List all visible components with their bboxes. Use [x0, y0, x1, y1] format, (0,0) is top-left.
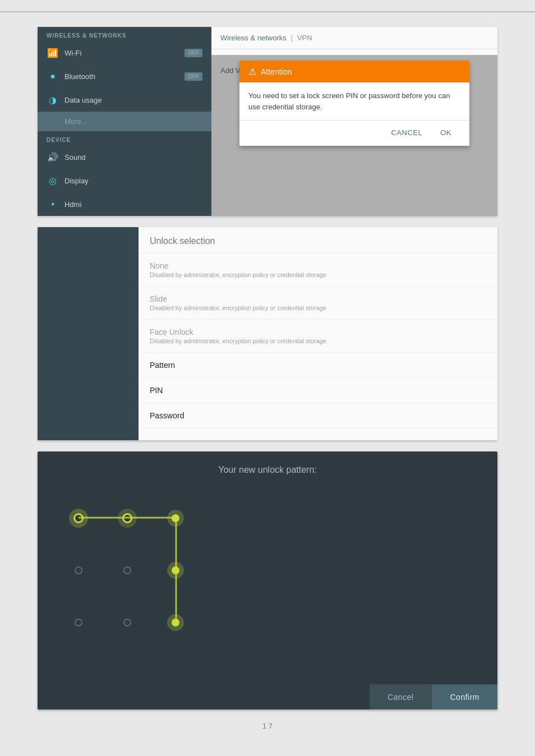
- device-section-header: DEVICE: [38, 131, 211, 145]
- more-label: More...: [47, 117, 87, 126]
- sidebar-item-hdmi[interactable]: ▪ Hdmi: [38, 192, 211, 216]
- unlock-option-none-name: None: [150, 261, 486, 270]
- unlock-option-pattern-name: Pattern: [150, 361, 486, 370]
- hdmi-label: Hdmi: [64, 200, 81, 209]
- dot-circle-1-0: [75, 566, 82, 574]
- attention-dialog: ⚠ Attention You need to set a lock scree…: [239, 61, 469, 146]
- attention-overlay: ⚠ Attention You need to set a lock scree…: [211, 55, 497, 216]
- unlock-sidebar: [38, 227, 139, 440]
- vpn-header: Wireless & networks | VPN: [211, 27, 497, 49]
- sound-icon: 🔊: [47, 151, 59, 163]
- pattern-title: Your new unlock pattern:: [38, 451, 497, 481]
- pattern-actions: Cancel Confirm: [370, 684, 497, 709]
- unlock-option-none[interactable]: None Disabled by administrator, encrypti…: [139, 253, 497, 287]
- dot-circle-0-0: [73, 513, 84, 523]
- settings-panel: WIRELESS & NETWORKS 📶 Wi-Fi OFF ● Blueto…: [38, 27, 497, 216]
- unlock-option-none-desc: Disabled by administrator, encryption po…: [150, 271, 486, 278]
- settings-main: Wireless & networks | VPN Add VPN profil…: [211, 27, 497, 216]
- dot-grid: [54, 492, 200, 649]
- sidebar-item-sound[interactable]: 🔊 Sound: [38, 145, 211, 169]
- wireless-networks-label: Wireless & networks: [220, 34, 287, 42]
- sidebar-item-display[interactable]: ◎ Display: [38, 169, 211, 192]
- sidebar-item-wifi[interactable]: 📶 Wi-Fi OFF: [38, 41, 211, 64]
- page-number: 1 7: [256, 715, 279, 737]
- attention-ok-button[interactable]: OK: [431, 125, 460, 140]
- sound-label: Sound: [64, 153, 86, 162]
- display-icon: ◎: [47, 174, 59, 187]
- data-usage-icon: ◑: [47, 94, 59, 106]
- sidebar-item-more[interactable]: More...: [38, 112, 211, 131]
- unlock-option-face-desc: Disabled by administrator, encryption po…: [150, 338, 486, 344]
- attention-cancel-button[interactable]: Cancel: [382, 125, 431, 140]
- unlock-option-slide-desc: Disabled by administrator, encryption po…: [150, 305, 486, 311]
- wifi-label: Wi-Fi: [64, 49, 81, 57]
- attention-warning-icon: ⚠: [248, 66, 256, 77]
- unlock-option-password[interactable]: Password: [139, 403, 497, 428]
- wireless-section-header: WIRELESS & NETWORKS: [38, 27, 211, 41]
- data-usage-label: Data usage: [64, 96, 102, 104]
- dot-circle-0-1: [122, 513, 132, 523]
- unlock-option-pin[interactable]: PIN: [139, 378, 497, 403]
- pattern-panel: Your new unlock pattern:: [38, 451, 497, 709]
- pattern-cancel-button[interactable]: Cancel: [370, 685, 432, 709]
- attention-title-label: Attention: [261, 67, 292, 76]
- pattern-area: [38, 481, 497, 660]
- unlock-option-password-name: Password: [150, 411, 486, 420]
- dot-circle-1-1: [123, 566, 131, 574]
- display-label: Display: [64, 177, 89, 185]
- wifi-icon: 📶: [47, 47, 59, 59]
- unlock-option-slide-name: Slide: [150, 294, 486, 303]
- unlock-option-face[interactable]: Face Unlock Disabled by administrator, e…: [139, 320, 497, 353]
- sidebar-item-data-usage[interactable]: ◑ Data usage: [38, 88, 211, 112]
- unlock-option-face-name: Face Unlock: [150, 328, 486, 336]
- dot-circle-2-1: [123, 619, 131, 626]
- unlock-panel: Unlock selection None Disabled by admini…: [38, 227, 497, 440]
- unlock-option-pin-name: PIN: [150, 386, 486, 395]
- settings-sidebar: WIRELESS & NETWORKS 📶 Wi-Fi OFF ● Blueto…: [38, 27, 211, 216]
- unlock-option-pattern[interactable]: Pattern: [139, 353, 497, 378]
- bluetooth-icon: ●: [47, 70, 59, 82]
- unlock-title: Unlock selection: [139, 227, 497, 253]
- bluetooth-label: Bluetooth: [64, 72, 95, 81]
- bluetooth-toggle[interactable]: OFF: [185, 72, 202, 81]
- dot-circle-0-2: [172, 514, 179, 522]
- attention-actions: Cancel OK: [239, 120, 469, 146]
- unlock-option-slide[interactable]: Slide Disabled by administrator, encrypt…: [139, 287, 497, 320]
- attention-body-text: You need to set a lock screen PIN or pas…: [239, 82, 469, 120]
- attention-title-bar: ⚠ Attention: [239, 61, 469, 82]
- unlock-main: Unlock selection None Disabled by admini…: [139, 227, 497, 440]
- pattern-confirm-button[interactable]: Confirm: [431, 685, 497, 709]
- sidebar-item-bluetooth[interactable]: ● Bluetooth OFF: [38, 64, 211, 88]
- top-divider: [0, 11, 535, 12]
- vpn-tab-label[interactable]: VPN: [297, 34, 312, 42]
- hdmi-icon: ▪: [47, 198, 59, 210]
- wifi-toggle[interactable]: OFF: [185, 49, 202, 57]
